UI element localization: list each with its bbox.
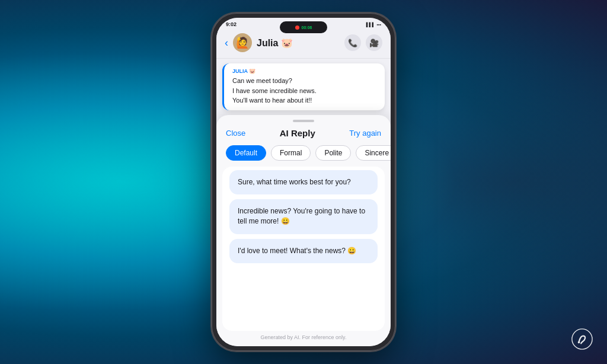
reply-item-2[interactable]: Incredible news? You're going to have to…: [229, 199, 378, 234]
reply-suggestions: Sure, what time works best for you? Incr…: [222, 167, 385, 331]
call-button[interactable]: 📞: [344, 34, 361, 51]
notif-line2: I have some incredible news.: [232, 87, 317, 94]
phone-frame: 9:02 00:06 ▌▌▌ ▪▪▪ ‹ 🙋 Julia 🐷 📞 🎥: [212, 13, 395, 351]
notif-sender: JULIA 🐷: [232, 68, 379, 74]
video-button[interactable]: 🎥: [366, 34, 382, 51]
header-actions: 📞 🎥: [344, 34, 382, 51]
phone-screen: 9:02 00:06 ▌▌▌ ▪▪▪ ‹ 🙋 Julia 🐷 📞 🎥: [216, 18, 391, 346]
dynamic-island: 00:06: [280, 21, 327, 33]
brand-logo: [571, 328, 593, 350]
ai-reply-sheet: Close AI Reply Try again Default Formal …: [216, 115, 391, 347]
battery-icon: ▪▪▪: [377, 23, 381, 27]
close-button[interactable]: Close: [226, 129, 245, 138]
avatar: 🙋: [233, 33, 252, 52]
status-time: 9:02: [226, 21, 237, 27]
notif-message: Can we meet today? I have some incredibl…: [232, 76, 379, 106]
phone-icon: 📞: [348, 39, 357, 47]
tone-formal[interactable]: Formal: [271, 145, 311, 161]
ai-footer: Generated by AI. For reference only.: [216, 331, 391, 346]
svg-point-1: [578, 341, 580, 344]
notification-banner: JULIA 🐷 Can we meet today? I have some i…: [222, 63, 385, 110]
call-timer: 00:06: [302, 25, 312, 30]
notif-line3: You'll want to hear about it!!: [232, 97, 312, 104]
status-icons: ▌▌▌ ▪▪▪: [366, 23, 381, 27]
tone-polite[interactable]: Polite: [315, 145, 351, 161]
chat-area: JULIA 🐷 Can we meet today? I have some i…: [216, 59, 391, 346]
video-icon: 🎥: [369, 39, 379, 47]
reply-item-1[interactable]: Sure, what time works best for you?: [229, 170, 378, 194]
reply-item-3[interactable]: I'd love to meet! What's the news? 😀: [229, 239, 378, 263]
svg-point-0: [572, 329, 592, 349]
status-bar: 9:02 00:06 ▌▌▌ ▪▪▪: [216, 18, 391, 30]
chat-header: ‹ 🙋 Julia 🐷 📞 🎥: [216, 30, 391, 59]
signal-icon: ▌▌▌: [366, 23, 375, 27]
notif-line1: Can we meet today?: [232, 77, 292, 84]
contact-name: Julia 🐷: [257, 37, 340, 49]
sheet-title: AI Reply: [280, 128, 315, 138]
recording-dot: [295, 25, 299, 30]
try-again-button[interactable]: Try again: [349, 129, 381, 138]
tone-selector: Default Formal Polite Sincere: [216, 143, 391, 167]
tone-default[interactable]: Default: [226, 145, 266, 161]
tone-sincere[interactable]: Sincere: [356, 145, 391, 161]
back-button[interactable]: ‹: [225, 37, 228, 49]
sheet-header: Close AI Reply Try again: [216, 122, 391, 143]
